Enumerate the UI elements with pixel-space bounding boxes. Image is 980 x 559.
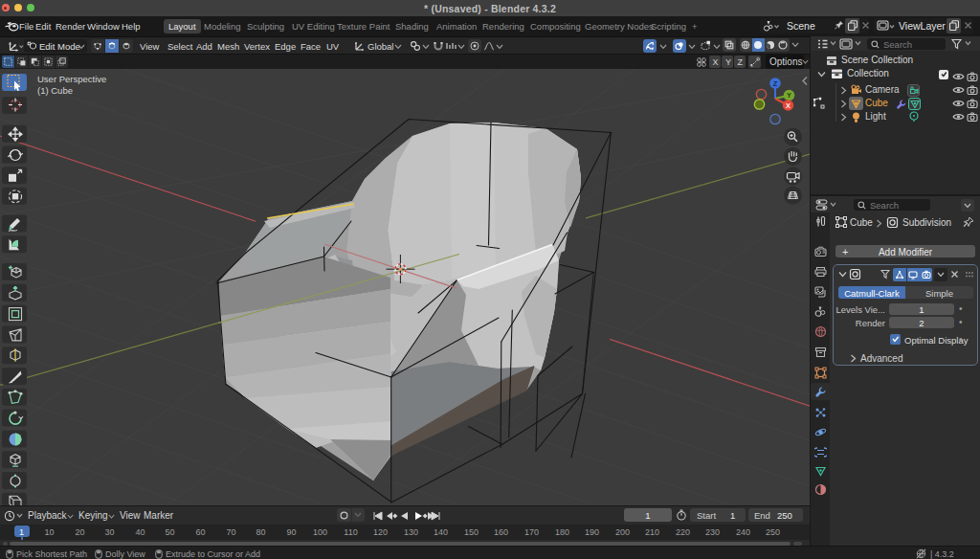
svg-text:(1) Cube: (1) Cube <box>37 85 73 96</box>
svg-text:X: X <box>786 101 791 110</box>
svg-text:Z: Z <box>773 79 778 88</box>
svg-text:Y: Y <box>787 91 791 100</box>
svg-text:User Perspective: User Perspective <box>37 74 106 84</box>
